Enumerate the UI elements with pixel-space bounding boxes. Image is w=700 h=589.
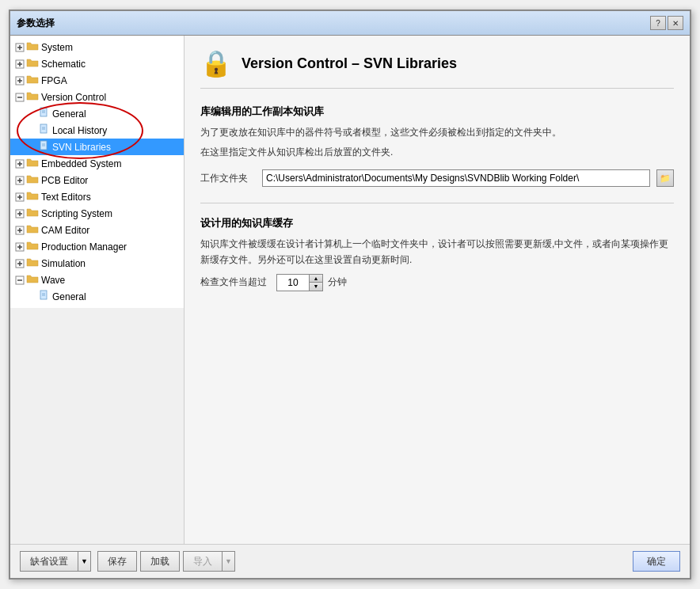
- title-bar: 参数选择 ? ✕: [10, 11, 690, 36]
- tree-expand-cam-editor[interactable]: [13, 224, 26, 237]
- tree-expand-text-editors[interactable]: [13, 191, 26, 203]
- tree-panel-wrapper: SystemSchematicFPGAVersion ControlGenera…: [10, 36, 185, 544]
- tree-item-cam-editor[interactable]: CAM Editor: [10, 222, 184, 238]
- button-bar: 缺省设置 ▼ 保存 加载 导入 ▼ 确定: [10, 544, 690, 578]
- tree-icon-fpga: [26, 74, 41, 87]
- tree-icon-local-history: [39, 124, 52, 137]
- work-folder-row: 工作文件夹 📁: [200, 169, 674, 187]
- section2-desc: 知识库文件被缓缓在设计者计算机上一个临时文件夹中，设计者可以按照需要更新缓,中文…: [200, 237, 674, 267]
- tree-expand-local-history: [26, 124, 39, 137]
- tree-expand-wave-general: [26, 291, 39, 303]
- tree-item-wave-general[interactable]: General: [10, 288, 184, 305]
- tree-item-system[interactable]: System: [10, 39, 184, 55]
- tree-item-fpga[interactable]: FPGA: [10, 72, 184, 89]
- tree-item-production-manager[interactable]: Production Manager: [10, 238, 184, 255]
- tree-icon-pcb-editor: [26, 173, 41, 187]
- content-header: 🔒 Version Control – SVN Libraries: [200, 48, 674, 89]
- spinner-down-button[interactable]: ▼: [310, 283, 322, 291]
- section1-desc2: 在这里指定文件从知识库检出后放置的文件夹.: [200, 145, 674, 160]
- section-cache: 设计用的知识库缓存 知识库文件被缓缓在设计者计算机上一个临时文件夹中，设计者可以…: [200, 216, 674, 291]
- default-settings-button[interactable]: 缺省设置: [20, 551, 78, 572]
- work-folder-input[interactable]: [262, 169, 650, 187]
- tree-label-wave: Wave: [41, 275, 65, 286]
- tree-label-fpga: FPGA: [41, 75, 67, 86]
- tree-expand-system[interactable]: [13, 41, 26, 54]
- tree-label-general: General: [52, 108, 86, 120]
- tree-item-local-history[interactable]: Local History: [10, 122, 184, 139]
- tree-item-svn-libraries[interactable]: SVN Libraries: [10, 139, 184, 155]
- tree-icon-text-editors: [26, 190, 41, 203]
- content-title: Version Control – SVN Libraries: [242, 55, 457, 72]
- tree-label-local-history: Local History: [52, 125, 107, 136]
- svg-rect-43: [40, 291, 47, 299]
- tree-item-text-editors[interactable]: Text Editors: [10, 188, 184, 205]
- default-settings-arrow[interactable]: ▼: [78, 551, 91, 572]
- tree-expand-version-control[interactable]: [13, 91, 26, 104]
- tree-label-system: System: [41, 42, 73, 53]
- spinner-arrows: ▲ ▼: [309, 275, 322, 291]
- tree-expand-svn-libraries: [26, 141, 39, 154]
- check-unit: 分钟: [328, 276, 347, 289]
- save-button[interactable]: 保存: [97, 551, 137, 572]
- svg-rect-14: [40, 124, 47, 133]
- tree-expand-schematic[interactable]: [13, 58, 26, 70]
- tree-label-pcb-editor: PCB Editor: [41, 175, 88, 186]
- tree-label-version-control: Version Control: [41, 92, 106, 103]
- browse-button[interactable]: 📁: [656, 169, 674, 187]
- section1-desc1: 为了更改放在知识库中的器件符号或者模型，这些文件必须被检出到指定的文件夹中。: [200, 125, 674, 140]
- tree-panel: SystemSchematicFPGAVersion ControlGenera…: [10, 36, 185, 308]
- import-button: 导入: [183, 551, 223, 572]
- tree-label-embedded-system: Embedded System: [41, 158, 121, 169]
- tree-expand-embedded-system[interactable]: [13, 158, 26, 170]
- tree-label-simulation: Simulation: [41, 258, 86, 269]
- tree-icon-system: [26, 40, 41, 54]
- tree-item-embedded-system[interactable]: Embedded System: [10, 155, 184, 172]
- tree-item-version-control[interactable]: Version Control: [10, 89, 184, 105]
- close-button[interactable]: ✕: [668, 16, 683, 30]
- load-button[interactable]: 加载: [140, 551, 180, 572]
- tree-expand-fpga[interactable]: [13, 74, 26, 87]
- check-interval-row: 检查文件当超过 ▲ ▼ 分钟: [200, 274, 674, 291]
- content-panel: 🔒 Version Control – SVN Libraries 库编辑用的工…: [185, 36, 690, 544]
- dialog-title: 参数选择: [17, 17, 55, 30]
- tree-expand-simulation[interactable]: [13, 257, 26, 270]
- tree-icon-scripting-system: [26, 207, 41, 220]
- default-settings-group: 缺省设置 ▼: [20, 551, 91, 572]
- tree-item-scripting-system[interactable]: Scripting System: [10, 205, 184, 222]
- work-folder-label: 工作文件夹: [200, 172, 256, 185]
- tree-label-production-manager: Production Manager: [41, 241, 127, 253]
- confirm-button[interactable]: 确定: [633, 551, 680, 572]
- tree-item-schematic[interactable]: Schematic: [10, 55, 184, 72]
- tree-icon-wave-general: [39, 290, 52, 303]
- spinner-up-button[interactable]: ▲: [310, 275, 322, 283]
- tree-expand-production-manager[interactable]: [13, 241, 26, 253]
- main-dialog: 参数选择 ? ✕ SystemSchematicFPGAVersion Cont…: [9, 10, 691, 580]
- tree-item-general[interactable]: General: [10, 105, 184, 122]
- tree-label-cam-editor: CAM Editor: [41, 225, 89, 236]
- section-working-copy: 库编辑用的工作副本知识库 为了更改放在知识库中的器件符号或者模型，这些文件必须被…: [200, 104, 674, 187]
- section2-title: 设计用的知识库缓存: [200, 216, 674, 230]
- title-bar-buttons: ? ✕: [650, 16, 683, 30]
- tree-item-pcb-editor[interactable]: PCB Editor: [10, 172, 184, 188]
- import-group: 导入 ▼: [183, 551, 235, 572]
- tree-item-simulation[interactable]: Simulation: [10, 255, 184, 272]
- tree-icon-svn-libraries: [39, 140, 52, 154]
- tree-label-scripting-system: Scripting System: [41, 208, 112, 219]
- tree-item-wave[interactable]: Wave: [10, 272, 184, 288]
- tree-expand-scripting-system[interactable]: [13, 207, 26, 220]
- tree-icon-simulation: [26, 256, 41, 270]
- dialog-body: SystemSchematicFPGAVersion ControlGenera…: [10, 36, 690, 544]
- section1-title: 库编辑用的工作副本知识库: [200, 104, 674, 119]
- section-divider: [200, 203, 674, 203]
- tree-expand-pcb-editor[interactable]: [13, 174, 26, 187]
- import-arrow: ▼: [223, 551, 235, 572]
- tree-icon-embedded-system: [26, 157, 41, 170]
- help-button[interactable]: ?: [650, 16, 666, 30]
- tree-icon-version-control: [26, 90, 41, 104]
- tree-label-wave-general: General: [52, 291, 86, 302]
- spinner: ▲ ▼: [276, 274, 323, 291]
- check-label: 检查文件当超过: [200, 276, 272, 289]
- tree-expand-wave[interactable]: [13, 274, 26, 287]
- check-value-input[interactable]: [277, 275, 309, 291]
- svg-rect-11: [40, 108, 47, 116]
